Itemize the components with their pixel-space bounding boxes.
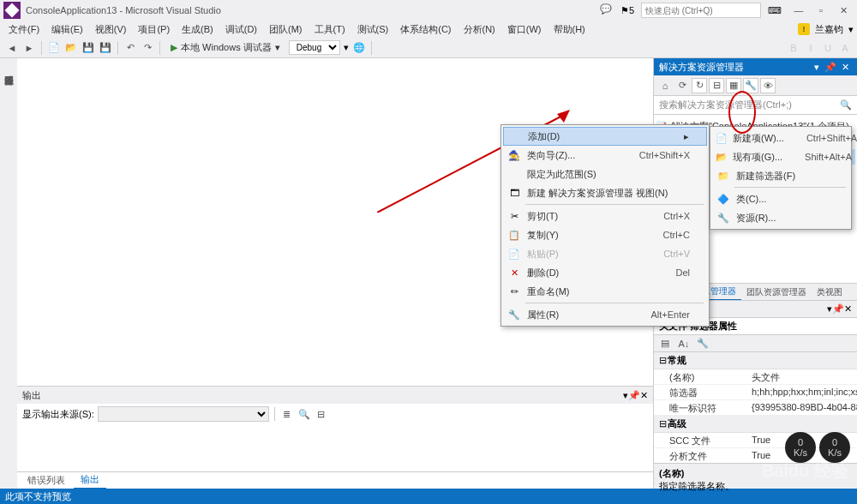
wrench-icon: 🔧 <box>506 308 522 321</box>
menu-team[interactable]: 团队(M) <box>264 21 308 38</box>
props-pages-icon[interactable]: 🔧 <box>695 336 710 351</box>
start-debug-button[interactable]: ▶ 本地 Windows 调试器 ▾ <box>165 39 285 56</box>
config-select[interactable]: Debug <box>289 40 340 55</box>
output-wrap-icon[interactable]: ⊟ <box>315 407 328 421</box>
sln-home-icon[interactable]: ⌂ <box>657 78 673 93</box>
ctx-new-item[interactable]: 📄新建项(W)...Ctrl+Shift+A <box>712 129 849 147</box>
error-list-tab[interactable]: 错误列表 <box>21 472 72 489</box>
output-clear-icon[interactable]: ≣ <box>280 407 294 421</box>
menu-debug[interactable]: 调试(D) <box>220 21 262 38</box>
sln-sync-icon[interactable]: ⟳ <box>674 78 690 93</box>
team-explorer-tab[interactable]: 团队资源管理器 <box>741 285 812 300</box>
prop-row[interactable]: 唯一标识符{93995380-89BD-4b04-88EB-6 <box>654 400 857 416</box>
output-body <box>17 424 653 471</box>
output-title: 输出 <box>22 389 623 402</box>
copy-icon: 📋 <box>506 228 522 242</box>
solution-explorer-title: 解决方案资源管理器 <box>659 61 812 74</box>
vs-logo-icon <box>3 2 21 19</box>
menu-tools[interactable]: 工具(T) <box>309 21 351 38</box>
ctx-class-wizard[interactable]: 🧙类向导(Z)...Ctrl+Shift+X <box>503 146 707 165</box>
prop-row[interactable]: 筛选器h;hh;hpp;hxx;hm;inl;inc;xsd <box>654 385 857 400</box>
open-icon[interactable]: 📂 <box>64 41 78 55</box>
sln-dropdown-icon[interactable]: ▾ <box>812 62 822 73</box>
sln-collapse-icon[interactable]: ⊟ <box>709 78 724 93</box>
toolbox-tab[interactable]: 工具箱 <box>0 65 1 489</box>
ctx-copy[interactable]: 📋复制(Y)Ctrl+C <box>503 225 707 244</box>
undo-icon[interactable]: ↶ <box>123 41 137 55</box>
menu-window[interactable]: 窗口(W) <box>502 21 547 38</box>
ctx-new-filter[interactable]: 📁新建筛选器(F) <box>712 166 849 185</box>
ctx-add[interactable]: 添加(D)▸ <box>503 127 707 146</box>
quick-launch-input[interactable] <box>641 3 761 18</box>
menu-test[interactable]: 测试(S) <box>352 21 394 38</box>
warning-badge-icon[interactable]: ! <box>798 23 810 35</box>
underline-icon: U <box>821 41 835 55</box>
nav-back-icon[interactable]: ◄ <box>5 41 19 55</box>
redo-icon[interactable]: ↷ <box>141 41 154 55</box>
props-alpha-icon[interactable]: A↓ <box>676 336 692 351</box>
sln-preview-icon[interactable]: 👁 <box>760 78 776 93</box>
delete-icon: ✕ <box>506 266 522 279</box>
main-toolbar: ◄ ► 📄 📂 💾 💾 ↶ ↷ ▶ 本地 Windows 调试器 ▾ Debug… <box>0 38 857 58</box>
ctx-rename[interactable]: ✏重命名(M) <box>503 282 707 301</box>
menu-edit[interactable]: 编辑(E) <box>46 21 88 38</box>
output-pin-icon[interactable]: 📌 <box>628 390 640 401</box>
output-source-select[interactable] <box>98 406 269 422</box>
prop-category-advanced[interactable]: ⊟高级 <box>654 416 857 433</box>
new-project-icon[interactable]: 📄 <box>47 41 61 55</box>
keyboard-icon[interactable]: ⌨ <box>768 5 782 16</box>
prop-category-general[interactable]: ⊟常规 <box>654 352 857 369</box>
nav-fwd-icon[interactable]: ► <box>22 41 36 55</box>
server-explorer-tab[interactable]: 服务器资源管理器 <box>1 65 17 489</box>
context-menu-add-submenu: 📄新建项(W)...Ctrl+Shift+A 📂现有项(G)...Shift+A… <box>710 126 852 230</box>
ctx-scope[interactable]: 限定为此范围(S) <box>503 165 707 183</box>
italic-icon: I <box>804 41 818 55</box>
ctx-delete[interactable]: ✕删除(D)Del <box>503 263 707 282</box>
minimize-button[interactable]: — <box>788 3 809 18</box>
ctx-properties[interactable]: 🔧属性(R)Alt+Enter <box>503 305 707 324</box>
prop-row[interactable]: (名称)头文件 <box>654 369 857 385</box>
user-name[interactable]: 兰嘉钧 <box>815 23 843 36</box>
props-pin-icon[interactable]: 📌 <box>832 303 844 315</box>
sln-pin-icon[interactable]: 📌 <box>822 62 839 73</box>
menu-file[interactable]: 文件(F) <box>3 21 45 38</box>
output-panel: 输出 ▾ 📌 ✕ 显示输出来源(S): ≣ 🔍 ⊟ 错误列表 输出 <box>17 386 653 489</box>
context-menu-main: 添加(D)▸ 🧙类向导(Z)...Ctrl+Shift+X 限定为此范围(S) … <box>500 124 710 327</box>
menu-analyze[interactable]: 分析(N) <box>458 21 500 38</box>
maximize-button[interactable]: ▫ <box>811 3 831 18</box>
sln-properties-icon[interactable]: 🔧 <box>743 78 758 93</box>
output-close-icon[interactable]: ✕ <box>640 390 648 401</box>
props-cat-icon[interactable]: ▤ <box>657 336 673 351</box>
status-text: 此项不支持预览 <box>5 490 71 503</box>
paste-icon: 📄 <box>506 247 522 261</box>
svg-marker-1 <box>557 110 570 123</box>
filter-icon: 📁 <box>716 169 731 183</box>
menu-project[interactable]: 项目(P) <box>133 21 175 38</box>
menu-arch[interactable]: 体系结构(C) <box>395 21 456 38</box>
ctx-resource[interactable]: 🔧资源(R)... <box>712 208 849 227</box>
feedback-icon[interactable]: 💬 <box>600 3 614 17</box>
save-icon[interactable]: 💾 <box>81 41 95 55</box>
close-button[interactable]: ✕ <box>833 3 854 18</box>
ctx-class[interactable]: 🔷类(C)... <box>712 189 849 208</box>
search-icon: 🔍 <box>840 99 852 111</box>
browser-icon[interactable]: 🌐 <box>352 41 366 55</box>
flag-icon[interactable]: ⚑5 <box>620 5 634 16</box>
menu-help[interactable]: 帮助(H) <box>548 21 590 38</box>
props-close-icon[interactable]: ✕ <box>844 303 852 315</box>
sln-showall-icon[interactable]: ▦ <box>726 78 741 93</box>
output-source-label: 显示输出来源(S): <box>22 408 94 421</box>
ctx-existing-item[interactable]: 📂现有项(G)...Shift+Alt+A <box>712 147 849 166</box>
output-find-icon[interactable]: 🔍 <box>297 407 311 421</box>
menu-build[interactable]: 生成(B) <box>177 21 219 38</box>
sln-close-icon[interactable]: ✕ <box>839 62 852 73</box>
save-all-icon[interactable]: 💾 <box>99 41 112 55</box>
user-dropdown-icon[interactable]: ▾ <box>848 24 854 35</box>
solution-search-input[interactable]: 搜索解决方案资源管理器(Ctrl+;) 🔍 <box>654 96 857 115</box>
output-tab[interactable]: 输出 <box>74 471 106 489</box>
sln-refresh-icon[interactable]: ↻ <box>692 78 707 93</box>
menu-view[interactable]: 视图(V) <box>90 21 132 38</box>
ctx-cut[interactable]: ✂剪切(T)Ctrl+X <box>503 207 707 225</box>
class-view-tab[interactable]: 类视图 <box>812 285 848 300</box>
ctx-new-view[interactable]: 🗔新建 解决方案资源管理器 视图(N) <box>503 183 707 202</box>
